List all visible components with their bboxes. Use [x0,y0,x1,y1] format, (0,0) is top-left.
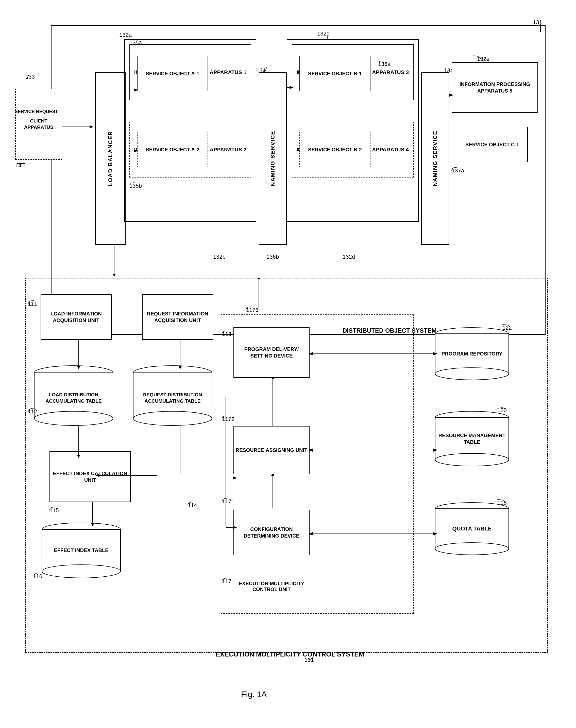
svg-point-13 [34,411,113,425]
ref-135b-arrow [128,181,136,186]
client-apparatus-box: CLIENT APPARATUS [15,89,62,160]
ref-113-arrow [221,330,228,335]
ref-136b: 136b [266,253,279,260]
service-request-label: SERVICE REQUEST [15,109,58,114]
svg-point-19 [42,565,120,578]
naming-service-2-box: NAMING SERVICE [421,72,449,245]
ref-132c-arrow [322,35,333,40]
ref-134a-arrow [261,65,269,73]
svg-point-28 [435,543,509,555]
arrow-rdt-eic-v [176,426,184,476]
naming-service-1-label: NAMING SERVICE [269,130,277,186]
ref-120-arrow [496,406,506,411]
ref-140-arrow [15,161,27,166]
service-obj-b2-label: SERVICE OBJECT B-2 [308,146,362,153]
load-info-acq-label: LOAD INFORMATION ACQUISITION UNIT [41,310,111,324]
arrow-cd-qt [310,530,439,538]
effect-index-table-label: EFFECT INDEX TABLE [51,547,111,553]
service-obj-c1-label: SERVICE OBJECT C-1 [465,141,519,148]
config-determining-box: CONFIGURATION DETERMINING DEVICE [233,510,310,555]
arrow-ldt-eic [75,426,83,459]
service-obj-b1-label: SERVICE OBJECT B-1 [308,70,362,77]
program-delivery-label: PROGRAM DELIVERY/ SETTING DEVICE [234,346,309,359]
arrow-pd-pr [310,350,439,358]
arrow-ns2-ip5 [449,91,454,99]
resource-mgmt-table-cyl: RESOURCE MANAGEMENT TABLE [434,411,510,466]
arrow-ra-pd [269,378,277,428]
svg-point-22 [435,368,509,380]
request-dist-table-label: REQUEST DISTRIBUTION ACCUMULATING TABLE [132,392,213,404]
ref-118-arrow [496,498,506,503]
program-delivery-box: PROGRAM DELIVERY/ SETTING DEVICE [233,327,310,378]
program-repository-cyl: PROGRAM REPOSITORY [434,327,510,381]
info-proc-5-box: INFORMATION PROCESSING APPARATUS 5 [452,62,538,113]
arrow-ra-rmt [310,446,439,454]
config-determining-label: CONFIGURATION DETERMINING DEVICE [234,526,309,539]
arrow-ria-rdt [176,340,184,370]
ref-114-arrow [186,501,194,506]
figure-caption: Fig. 1A [241,690,267,699]
ref-137a-arrow [451,166,458,171]
service-obj-a1-box: SERVICE OBJECT A-1 [137,56,208,91]
info-proc-5-label: INFORMATION PROCESSING APPARATUS 5 [452,81,538,94]
ref-133-arrow [24,72,32,80]
ref-135a: 135a [129,39,142,46]
ref-117-arrow [221,577,228,582]
load-dist-table-cyl: LOAD DISTRIBUTION ACCUMULATING TABLE [33,365,114,426]
exec-multiplicity-inner-label: EXECUTION MULTIPLICITY CONTROL UNIT [228,581,315,592]
service-obj-c1-box: SERVICE OBJECT C-1 [457,127,528,162]
arrow-lb-ip2 [124,147,140,155]
ref-101-arrow [303,656,316,661]
exec-multiplicity-system-label: EXECUTION MULTIPLICITY CONTROL SYSTEM [216,650,364,658]
ref-132d: 132d [343,253,355,260]
service-obj-b2-box: SERVICE OBJECT B-2 [299,132,371,168]
service-obj-a2-label: SERVICE OBJECT A-2 [146,146,199,153]
effect-index-table-cyl: EFFECT INDEX TABLE [40,522,122,578]
arrow-rdt-cd [213,396,238,530]
resource-mgmt-table-label: RESOURCE MANAGEMENT TABLE [434,432,510,445]
program-repository-label: PROGRAM REPOSITORY [439,351,505,357]
resource-assigning-box: RESOURCE ASSIGNING UNIT [233,426,310,474]
svg-point-16 [133,411,212,425]
ref-122-arrow [501,323,511,328]
service-request-arrow [62,123,95,130]
resource-assigning-label: RESOURCE ASSIGNING UNIT [236,447,308,453]
arrow-lia-ldt [75,340,83,370]
arrow-eic-eit [89,502,96,527]
load-dist-table-label: LOAD DISTRIBUTION ACCUMULATING TABLE [33,392,114,404]
arrow-cd-ra [269,474,277,511]
ref-132b: 132b [213,253,226,260]
load-balancer-label: LOAD BALANCER [107,131,114,186]
ref-111-arrow [27,299,35,304]
arrow-ns1-ip3 [286,84,294,91]
ref-116-arrow [32,572,40,577]
ref-132e-arrow [472,55,482,60]
load-info-acq-box: LOAD INFORMATION ACQUISITION UNIT [40,294,112,340]
ref-112-arrow [27,407,35,412]
service-obj-b1-box: SERVICE OBJECT B-1 [299,56,371,91]
naming-service-2-label: NAMING SERVICE [432,130,439,186]
ref-1173-arrow [245,306,253,311]
ref-131-arrow [533,24,548,34]
request-info-acq-box: REQUEST INFORMATION ACQUISITION UNIT [142,294,213,340]
arrow-lb-ip1 [124,86,140,94]
quota-table-cyl: QUOTA TABLE [434,502,510,555]
ref-115-arrow [48,506,56,511]
request-info-acq-label: REQUEST INFORMATION ACQUISITION UNIT [143,310,213,324]
client-apparatus-label: CLIENT APPARATUS [16,118,62,130]
ref-136a-arrow [378,60,385,65]
quota-table-label: QUOTA TABLE [450,525,494,533]
load-balancer-box: LOAD BALANCER [95,72,125,245]
diagram-container: 131 DISTRIBUTED OBJECT SYSTEM CLIENT APP… [0,0,576,728]
service-obj-a1-label: SERVICE OBJECT A-1 [146,70,199,77]
naming-service-1-box: NAMING SERVICE [259,72,287,245]
request-dist-table-cyl: REQUEST DISTRIBUTION ACCUMULATING TABLE [132,365,213,426]
arrow-lb-down [109,245,119,278]
service-obj-a2-box: SERVICE OBJECT A-2 [137,132,208,168]
svg-point-25 [435,453,509,466]
